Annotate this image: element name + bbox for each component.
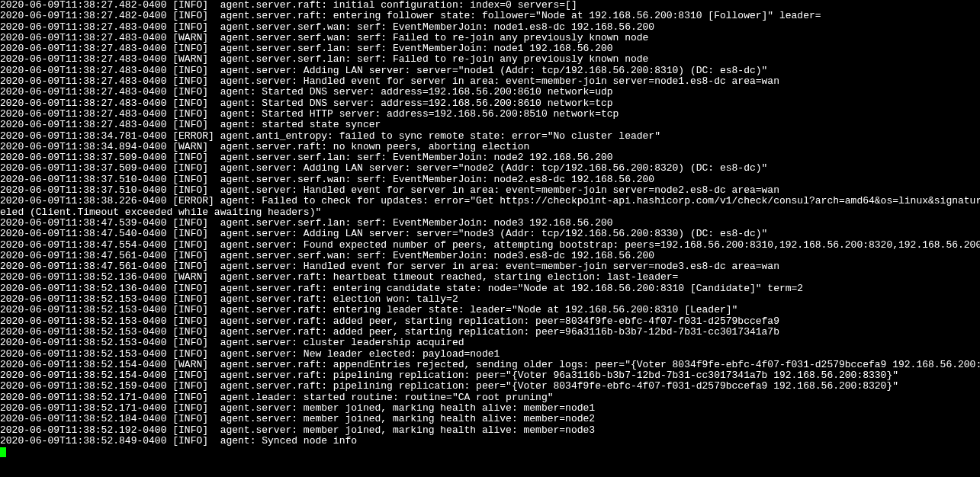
log-line: 2020-06-09T11:38:27.482-0400 [INFO] agen… — [0, 11, 980, 21]
log-line: 2020-06-09T11:38:52.184-0400 [INFO] agen… — [0, 414, 980, 424]
log-line: 2020-06-09T11:38:34.894-0400 [WARN] agen… — [0, 142, 980, 152]
log-line: 2020-06-09T11:38:27.483-0400 [INFO] agen… — [0, 43, 980, 54]
log-line: 2020-06-09T11:38:52.154-0400 [WARN] agen… — [0, 360, 980, 370]
log-line: 2020-06-09T11:38:37.510-0400 [INFO] agen… — [0, 185, 980, 196]
log-line: 2020-06-09T11:38:27.483-0400 [INFO] agen… — [0, 66, 980, 76]
log-line: 2020-06-09T11:38:34.781-0400 [ERROR] age… — [0, 131, 980, 142]
log-line: 2020-06-09T11:38:27.483-0400 [WARN] agen… — [0, 54, 980, 65]
log-line: 2020-06-09T11:38:47.561-0400 [INFO] agen… — [0, 251, 980, 261]
log-line: eled (Client.Timeout exceeded while awai… — [0, 207, 980, 218]
log-line: 2020-06-09T11:38:52.153-0400 [INFO] agen… — [0, 305, 980, 315]
log-line: 2020-06-09T11:38:27.483-0400 [INFO] agen… — [0, 76, 980, 87]
log-line: 2020-06-09T11:38:52.153-0400 [INFO] agen… — [0, 349, 980, 360]
log-line: 2020-06-09T11:38:47.561-0400 [INFO] agen… — [0, 261, 980, 272]
log-line: 2020-06-09T11:38:38.226-0400 [ERROR] age… — [0, 196, 980, 206]
log-line: 2020-06-09T11:38:27.483-0400 [INFO] agen… — [0, 22, 980, 33]
log-line: 2020-06-09T11:38:52.136-0400 [WARN] agen… — [0, 272, 980, 283]
log-line: 2020-06-09T11:38:52.159-0400 [INFO] agen… — [0, 381, 980, 392]
log-line: 2020-06-09T11:38:47.554-0400 [INFO] agen… — [0, 240, 980, 251]
log-line: 2020-06-09T11:38:37.510-0400 [INFO] agen… — [0, 174, 980, 185]
log-line: 2020-06-09T11:38:52.171-0400 [INFO] agen… — [0, 403, 980, 414]
log-line: 2020-06-09T11:38:27.483-0400 [INFO] agen… — [0, 98, 980, 109]
log-line: 2020-06-09T11:38:52.171-0400 [INFO] agen… — [0, 392, 980, 403]
log-line: 2020-06-09T11:38:52.192-0400 [INFO] agen… — [0, 425, 980, 436]
log-line: 2020-06-09T11:38:47.539-0400 [INFO] agen… — [0, 218, 980, 229]
terminal-log-output[interactable]: 2020-06-09T11:38:27.482-0400 [INFO] agen… — [0, 0, 980, 447]
log-line: 2020-06-09T11:38:27.483-0400 [INFO] agen… — [0, 87, 980, 98]
log-line: 2020-06-09T11:38:52.154-0400 [INFO] agen… — [0, 370, 980, 381]
log-line: 2020-06-09T11:38:52.153-0400 [INFO] agen… — [0, 327, 980, 338]
log-line: 2020-06-09T11:38:52.849-0400 [INFO] agen… — [0, 436, 980, 447]
log-line: 2020-06-09T11:38:27.483-0400 [INFO] agen… — [0, 109, 980, 120]
log-line: 2020-06-09T11:38:37.509-0400 [INFO] agen… — [0, 163, 980, 174]
log-line: 2020-06-09T11:38:37.509-0400 [INFO] agen… — [0, 152, 980, 163]
log-line: 2020-06-09T11:38:27.483-0400 [WARN] agen… — [0, 33, 980, 43]
log-line: 2020-06-09T11:38:52.136-0400 [INFO] agen… — [0, 283, 980, 294]
log-line: 2020-06-09T11:38:47.540-0400 [INFO] agen… — [0, 229, 980, 239]
log-line: 2020-06-09T11:38:52.153-0400 [INFO] agen… — [0, 294, 980, 305]
log-line: 2020-06-09T11:38:27.482-0400 [INFO] agen… — [0, 0, 980, 11]
log-line: 2020-06-09T11:38:52.153-0400 [INFO] agen… — [0, 338, 980, 348]
log-line: 2020-06-09T11:38:52.153-0400 [INFO] agen… — [0, 316, 980, 327]
log-line: 2020-06-09T11:38:27.483-0400 [INFO] agen… — [0, 120, 980, 130]
terminal-cursor — [0, 447, 6, 457]
